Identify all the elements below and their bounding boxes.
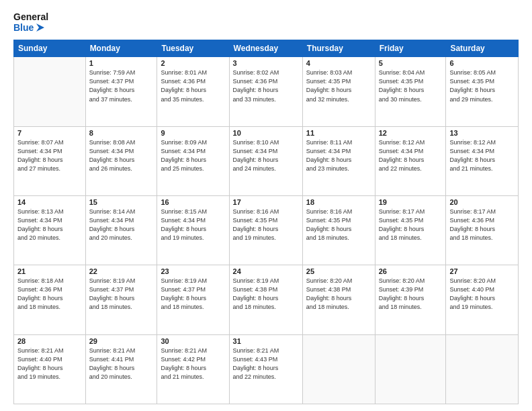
- day-number: 27: [449, 267, 515, 275]
- day-info: Sunrise: 8:14 AM Sunset: 4:34 PM Dayligh…: [89, 208, 154, 242]
- day-number: 24: [233, 267, 299, 275]
- day-info: Sunrise: 8:19 AM Sunset: 4:37 PM Dayligh…: [161, 277, 225, 312]
- calendar-week-4: 21Sunrise: 8:18 AM Sunset: 4:36 PM Dayli…: [14, 265, 519, 334]
- weekday-header-saturday: Saturday: [446, 40, 519, 57]
- calendar-cell: 3Sunrise: 8:02 AM Sunset: 4:36 PM Daylig…: [229, 57, 302, 126]
- day-number: 21: [17, 267, 82, 275]
- day-info: Sunrise: 8:15 AM Sunset: 4:34 PM Dayligh…: [161, 208, 225, 242]
- day-number: 14: [17, 198, 82, 206]
- calendar-cell: 16Sunrise: 8:15 AM Sunset: 4:34 PM Dayli…: [157, 196, 229, 265]
- calendar-cell: 26Sunrise: 8:20 AM Sunset: 4:39 PM Dayli…: [375, 265, 446, 334]
- day-number: 5: [379, 59, 443, 67]
- weekday-header-wednesday: Wednesday: [229, 40, 302, 57]
- day-info: Sunrise: 8:11 AM Sunset: 4:34 PM Dayligh…: [306, 138, 371, 173]
- calendar-week-5: 28Sunrise: 8:21 AM Sunset: 4:40 PM Dayli…: [14, 334, 519, 404]
- day-info: Sunrise: 8:04 AM Sunset: 4:35 PM Dayligh…: [379, 68, 443, 103]
- day-info: Sunrise: 8:20 AM Sunset: 4:39 PM Dayligh…: [379, 277, 443, 312]
- day-number: 25: [306, 267, 371, 275]
- logo-general: General: [13, 12, 48, 22]
- day-info: Sunrise: 8:02 AM Sunset: 4:36 PM Dayligh…: [233, 68, 299, 103]
- weekday-header-sunday: Sunday: [14, 40, 86, 57]
- calendar-cell: 14Sunrise: 8:13 AM Sunset: 4:34 PM Dayli…: [14, 196, 86, 265]
- day-info: Sunrise: 8:16 AM Sunset: 4:35 PM Dayligh…: [233, 208, 299, 242]
- day-number: 1: [89, 59, 154, 67]
- day-info: Sunrise: 8:20 AM Sunset: 4:40 PM Dayligh…: [449, 277, 515, 312]
- weekday-header-friday: Friday: [375, 40, 446, 57]
- day-number: 28: [17, 337, 82, 345]
- calendar-week-3: 14Sunrise: 8:13 AM Sunset: 4:34 PM Dayli…: [14, 196, 519, 265]
- calendar-cell: 15Sunrise: 8:14 AM Sunset: 4:34 PM Dayli…: [85, 196, 157, 265]
- day-number: 13: [449, 129, 515, 137]
- day-number: 17: [233, 198, 299, 206]
- calendar-cell: 30Sunrise: 8:21 AM Sunset: 4:42 PM Dayli…: [157, 334, 229, 404]
- day-info: Sunrise: 8:17 AM Sunset: 4:36 PM Dayligh…: [449, 208, 515, 242]
- day-number: 11: [306, 129, 371, 137]
- day-info: Sunrise: 8:21 AM Sunset: 4:42 PM Dayligh…: [161, 347, 225, 381]
- calendar-cell: 28Sunrise: 8:21 AM Sunset: 4:40 PM Dayli…: [14, 334, 86, 404]
- day-number: 2: [161, 59, 225, 67]
- calendar-cell: 31Sunrise: 8:21 AM Sunset: 4:43 PM Dayli…: [229, 334, 302, 404]
- calendar-cell: 4Sunrise: 8:03 AM Sunset: 4:35 PM Daylig…: [302, 57, 375, 126]
- calendar-cell: 12Sunrise: 8:12 AM Sunset: 4:34 PM Dayli…: [375, 126, 446, 195]
- calendar-cell: 29Sunrise: 8:21 AM Sunset: 4:41 PM Dayli…: [85, 334, 157, 404]
- calendar-week-1: 1Sunrise: 7:59 AM Sunset: 4:37 PM Daylig…: [14, 57, 519, 126]
- calendar-cell: 10Sunrise: 8:10 AM Sunset: 4:34 PM Dayli…: [229, 126, 302, 195]
- calendar-cell: 21Sunrise: 8:18 AM Sunset: 4:36 PM Dayli…: [14, 265, 86, 334]
- header: General Blue: [13, 12, 519, 33]
- calendar-cell: 25Sunrise: 8:20 AM Sunset: 4:38 PM Dayli…: [302, 265, 375, 334]
- calendar-cell: 27Sunrise: 8:20 AM Sunset: 4:40 PM Dayli…: [446, 265, 519, 334]
- day-info: Sunrise: 8:19 AM Sunset: 4:38 PM Dayligh…: [233, 277, 299, 312]
- weekday-header-monday: Monday: [85, 40, 157, 57]
- calendar-cell: 13Sunrise: 8:12 AM Sunset: 4:34 PM Dayli…: [446, 126, 519, 195]
- calendar-week-2: 7Sunrise: 8:07 AM Sunset: 4:34 PM Daylig…: [14, 126, 519, 195]
- calendar-cell: 6Sunrise: 8:05 AM Sunset: 4:35 PM Daylig…: [446, 57, 519, 126]
- calendar-table: SundayMondayTuesdayWednesdayThursdayFrid…: [13, 40, 519, 404]
- day-number: 16: [161, 198, 225, 206]
- day-info: Sunrise: 8:13 AM Sunset: 4:34 PM Dayligh…: [17, 208, 82, 242]
- day-number: 29: [89, 337, 154, 345]
- day-info: Sunrise: 8:17 AM Sunset: 4:35 PM Dayligh…: [379, 208, 443, 242]
- calendar-cell: 5Sunrise: 8:04 AM Sunset: 4:35 PM Daylig…: [375, 57, 446, 126]
- calendar-cell: 24Sunrise: 8:19 AM Sunset: 4:38 PM Dayli…: [229, 265, 302, 334]
- day-info: Sunrise: 8:10 AM Sunset: 4:34 PM Dayligh…: [233, 138, 299, 173]
- day-number: 26: [379, 267, 443, 275]
- day-number: 12: [379, 129, 443, 137]
- calendar-cell: 9Sunrise: 8:09 AM Sunset: 4:34 PM Daylig…: [157, 126, 229, 195]
- calendar-cell: 7Sunrise: 8:07 AM Sunset: 4:34 PM Daylig…: [14, 126, 86, 195]
- day-number: 30: [161, 337, 225, 345]
- day-info: Sunrise: 8:09 AM Sunset: 4:34 PM Dayligh…: [161, 138, 225, 173]
- day-info: Sunrise: 8:19 AM Sunset: 4:37 PM Dayligh…: [89, 277, 154, 312]
- calendar-cell: 18Sunrise: 8:16 AM Sunset: 4:35 PM Dayli…: [302, 196, 375, 265]
- day-number: 23: [161, 267, 225, 275]
- day-info: Sunrise: 7:59 AM Sunset: 4:37 PM Dayligh…: [89, 68, 154, 103]
- calendar-page: General Blue SundayMondayTuesdayWednesda…: [0, 0, 532, 411]
- calendar-cell: 11Sunrise: 8:11 AM Sunset: 4:34 PM Dayli…: [302, 126, 375, 195]
- calendar-cell: [14, 57, 86, 126]
- calendar-cell: 1Sunrise: 7:59 AM Sunset: 4:37 PM Daylig…: [85, 57, 157, 126]
- calendar-cell: 8Sunrise: 8:08 AM Sunset: 4:34 PM Daylig…: [85, 126, 157, 195]
- calendar-cell: 22Sunrise: 8:19 AM Sunset: 4:37 PM Dayli…: [85, 265, 157, 334]
- day-info: Sunrise: 8:12 AM Sunset: 4:34 PM Dayligh…: [449, 138, 515, 173]
- weekday-header-row: SundayMondayTuesdayWednesdayThursdayFrid…: [14, 40, 519, 57]
- calendar-cell: 17Sunrise: 8:16 AM Sunset: 4:35 PM Dayli…: [229, 196, 302, 265]
- day-number: 3: [233, 59, 299, 67]
- day-info: Sunrise: 8:20 AM Sunset: 4:38 PM Dayligh…: [306, 277, 371, 312]
- calendar-cell: 20Sunrise: 8:17 AM Sunset: 4:36 PM Dayli…: [446, 196, 519, 265]
- calendar-cell: 2Sunrise: 8:01 AM Sunset: 4:36 PM Daylig…: [157, 57, 229, 126]
- day-number: 4: [306, 59, 371, 67]
- logo: General Blue: [13, 12, 48, 33]
- day-number: 15: [89, 198, 154, 206]
- day-info: Sunrise: 8:07 AM Sunset: 4:34 PM Dayligh…: [17, 138, 82, 173]
- calendar-cell: 23Sunrise: 8:19 AM Sunset: 4:37 PM Dayli…: [157, 265, 229, 334]
- logo-blue: Blue: [13, 23, 34, 33]
- day-info: Sunrise: 8:21 AM Sunset: 4:43 PM Dayligh…: [233, 347, 299, 381]
- day-number: 18: [306, 198, 371, 206]
- calendar-cell: 19Sunrise: 8:17 AM Sunset: 4:35 PM Dayli…: [375, 196, 446, 265]
- day-info: Sunrise: 8:21 AM Sunset: 4:41 PM Dayligh…: [89, 347, 154, 381]
- day-info: Sunrise: 8:01 AM Sunset: 4:36 PM Dayligh…: [161, 68, 225, 103]
- calendar-cell: [302, 334, 375, 404]
- day-info: Sunrise: 8:16 AM Sunset: 4:35 PM Dayligh…: [306, 208, 371, 242]
- day-number: 19: [379, 198, 443, 206]
- day-info: Sunrise: 8:21 AM Sunset: 4:40 PM Dayligh…: [17, 347, 82, 381]
- day-number: 20: [449, 198, 515, 206]
